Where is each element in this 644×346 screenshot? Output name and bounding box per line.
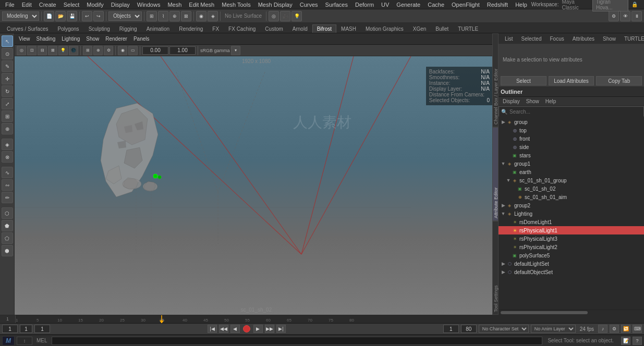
next-frame-btn[interactable]: ▶| (276, 325, 286, 333)
open-scene-icon[interactable]: 📂 (55, 11, 66, 21)
vp-grid[interactable]: ⊞ (83, 46, 92, 55)
viewport-menu-lighting[interactable]: Lighting (59, 35, 82, 43)
tab-curves-surfaces[interactable]: Curves / Surfaces (2, 24, 53, 33)
attr-tab-show[interactable]: Show (599, 35, 620, 43)
tree-item-group2[interactable]: ▶ ◈ group2 (499, 201, 644, 209)
outliner-menu-show[interactable]: Show (524, 98, 541, 105)
outliner-menu-help[interactable]: Help (543, 98, 558, 105)
menu-select[interactable]: Select (60, 1, 83, 8)
save-scene-icon[interactable]: 💾 (67, 11, 77, 21)
end-frame-input[interactable] (34, 325, 50, 333)
tree-item-rsphysicallight1[interactable]: ▶ ☀ rsPhysicalLight1 (499, 226, 644, 234)
tree-item-sc01sh01aim[interactable]: ▶ ⊕ sc_01_sh_01_aim (499, 193, 644, 201)
menu-mesh-tools[interactable]: Mesh Tools (218, 1, 253, 8)
soft-mod-tool[interactable]: ⊕ (2, 123, 13, 134)
undo-icon[interactable]: ↩ (82, 11, 92, 21)
tree-item-stars[interactable]: ▶ ▣ stars (499, 151, 644, 159)
menu-mesh[interactable]: Mesh (164, 1, 185, 8)
viewport-menu-shading[interactable]: Shading (34, 35, 58, 43)
rotation-x-input[interactable] (142, 46, 168, 55)
current-frame-input[interactable] (20, 325, 32, 333)
menu-create[interactable]: Create (36, 1, 59, 8)
play-forward-btn[interactable]: ▶▶ (265, 325, 274, 333)
tab-bifrost[interactable]: Bifrost (312, 24, 336, 33)
attr-tab-turtle[interactable]: TURTLE (620, 35, 644, 43)
redo-icon[interactable]: ↪ (93, 11, 104, 21)
tab-turtle[interactable]: TURTLE (453, 24, 483, 33)
vp-isolate[interactable]: ◉ (118, 46, 127, 55)
vp-wireframe[interactable]: ⊟ (38, 46, 47, 55)
outliner-scrollbar-h[interactable] (499, 310, 644, 315)
attr-tab-attributes[interactable]: Attributes (568, 35, 599, 43)
tree-item-rsdomelight1[interactable]: ▶ ☀ rsDomeLight1 (499, 218, 644, 226)
menu-display[interactable]: Display (108, 1, 133, 8)
vp-resolution-gate[interactable]: ▭ (128, 46, 138, 55)
tree-item-earth[interactable]: ▶ ▣ earth (499, 168, 644, 176)
rotation-y-input[interactable] (169, 46, 196, 55)
timeline-settings-btn[interactable]: ⚙ (610, 325, 619, 333)
audio-btn[interactable]: ♪ (598, 325, 607, 333)
tab-sculpting[interactable]: Sculpting (84, 24, 115, 33)
modeling-dropdown[interactable]: Modeling (2, 11, 39, 21)
tab-motion-graphics[interactable]: Motion Graphics (361, 24, 408, 33)
attribute-editor-tab[interactable]: Attribute Editor (492, 127, 499, 221)
menu-windows[interactable]: Windows (134, 1, 164, 8)
menu-curves[interactable]: Curves (297, 1, 321, 8)
viewport-3d[interactable]: 1920 x 1080 (15, 56, 498, 315)
vp-camera-options[interactable]: ⚙ (104, 46, 113, 55)
viewport-menu-renderer[interactable]: Renderer (103, 35, 129, 43)
menu-generate[interactable]: Generate (393, 1, 423, 8)
range-end-input[interactable] (461, 325, 477, 333)
script-editor-btn[interactable]: 📝 (621, 337, 630, 345)
objects-dropdown[interactable]: Objects (108, 11, 142, 21)
tree-item-front[interactable]: ▶ ◎ front (499, 134, 644, 143)
vp-select-camera[interactable]: ◎ (17, 46, 26, 55)
menu-file[interactable]: File (2, 1, 18, 8)
tab-rendering[interactable]: Rendering (174, 24, 208, 33)
menu-edit-mesh[interactable]: Edit Mesh (186, 1, 217, 8)
range-start-input[interactable] (443, 325, 459, 333)
outliner-menu-display[interactable]: Display (501, 98, 522, 105)
tab-xgen[interactable]: XGen (408, 24, 431, 33)
tab-rigging[interactable]: Rigging (115, 24, 142, 33)
menu-edit[interactable]: Edit (19, 1, 35, 8)
prev-frame-btn[interactable]: |◀ (208, 325, 217, 333)
outliner-search-input[interactable] (509, 109, 641, 115)
step-back-btn[interactable]: ◀ (230, 325, 240, 333)
menu-help[interactable]: Help (512, 1, 530, 8)
paint-tool[interactable]: ⬟ (2, 220, 13, 231)
menu-openflight[interactable]: OpenFlight (448, 1, 483, 8)
lasso-tool[interactable]: ⊙ (2, 48, 13, 59)
vp-fit-all[interactable]: ⊡ (27, 46, 37, 55)
curve-tool[interactable]: ∿ (2, 167, 13, 178)
tree-item-polysurface5[interactable]: ▶ ▣ polySurface5 (499, 251, 644, 260)
tab-animation[interactable]: Animation (142, 24, 174, 33)
tab-fx[interactable]: FX (208, 24, 224, 33)
tree-item-defaultobjectset[interactable]: ▶ ⬡ defaultObjectSet (499, 268, 644, 276)
tab-custom[interactable]: Custom (260, 24, 287, 33)
paint-select-tool[interactable]: ✎ (2, 60, 13, 72)
new-scene-icon[interactable]: 📄 (44, 11, 54, 21)
tree-item-lighting[interactable]: ▼ ◈ Lighting (499, 209, 644, 218)
character-set-dropdown[interactable]: No Character Set (479, 325, 529, 333)
attr-tab-selected[interactable]: Selected (517, 35, 546, 43)
light-icon-tb[interactable]: 💡 (291, 11, 302, 21)
cache-tool[interactable]: ⬢ (2, 245, 13, 256)
universal-manip[interactable]: ⊞ (2, 110, 13, 122)
menu-deform[interactable]: Deform (352, 1, 377, 8)
help-line-btn[interactable]: ? (633, 337, 642, 345)
tab-mash[interactable]: MASH (336, 24, 361, 33)
attr-copy-tab-btn[interactable]: Copy Tab (596, 76, 642, 85)
cloth-tool[interactable]: ⬠ (2, 232, 13, 244)
menu-mesh-display[interactable]: Mesh Display (255, 1, 296, 8)
snap-curve-icon[interactable]: ⌇ (158, 11, 168, 21)
timeline-ruler[interactable]: 1 1 5 10 15 20 25 30 35 40 45 50 55 60 6… (0, 315, 644, 324)
tree-item-top[interactable]: ▶ ◎ top (499, 126, 644, 134)
vp-smooth[interactable]: ⊠ (48, 46, 57, 55)
step-forward-btn[interactable]: ▶ (253, 325, 263, 333)
tool-settings-tab[interactable]: Tool Settings (492, 221, 499, 315)
pencil-curve-tool[interactable]: ✏ (2, 192, 13, 203)
attr-select-btn[interactable]: Select (501, 76, 546, 85)
move-tool[interactable]: ✛ (2, 73, 13, 84)
tree-item-defaultlightset[interactable]: ▶ ⬡ defaultLightSet (499, 260, 644, 268)
